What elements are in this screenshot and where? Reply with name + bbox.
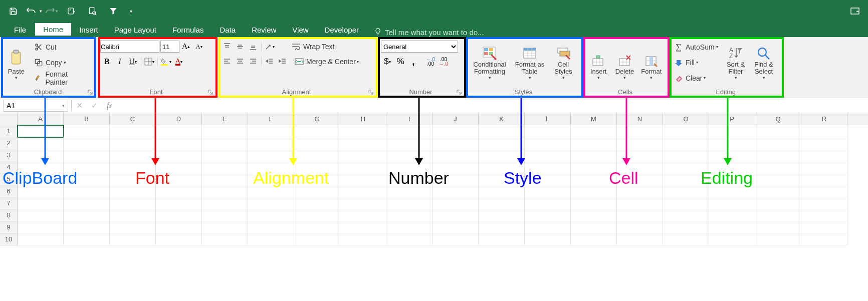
cell[interactable] bbox=[340, 185, 386, 197]
cell[interactable] bbox=[479, 173, 525, 185]
cell[interactable] bbox=[156, 149, 202, 161]
cell[interactable] bbox=[386, 149, 432, 161]
cell[interactable] bbox=[479, 125, 525, 137]
decrease-decimal-icon[interactable]: .00→.0 bbox=[437, 55, 450, 68]
cut-button[interactable]: Cut bbox=[32, 41, 93, 54]
cell[interactable] bbox=[432, 221, 479, 233]
cell[interactable] bbox=[432, 149, 479, 161]
column-header[interactable]: E bbox=[202, 113, 248, 125]
cell[interactable] bbox=[709, 185, 755, 197]
cell[interactable] bbox=[663, 209, 709, 221]
column-header[interactable]: P bbox=[709, 113, 755, 125]
cell[interactable] bbox=[340, 197, 386, 209]
cell[interactable] bbox=[525, 149, 571, 161]
shrink-font-icon[interactable]: A▾ bbox=[192, 40, 205, 53]
cell[interactable] bbox=[340, 149, 386, 161]
cell[interactable] bbox=[571, 161, 617, 173]
cell[interactable] bbox=[202, 233, 248, 245]
orientation-icon[interactable]: ▾ bbox=[263, 40, 276, 53]
cell[interactable] bbox=[571, 185, 617, 197]
cell[interactable] bbox=[64, 221, 110, 233]
underline-icon[interactable]: U▾ bbox=[126, 55, 139, 68]
column-header[interactable]: H bbox=[340, 113, 386, 125]
cell[interactable] bbox=[663, 221, 709, 233]
cell[interactable] bbox=[248, 161, 294, 173]
cell[interactable] bbox=[571, 197, 617, 209]
cell[interactable] bbox=[801, 173, 847, 185]
cell[interactable] bbox=[755, 197, 801, 209]
fill-color-icon[interactable]: ▾ bbox=[159, 55, 172, 68]
cell[interactable] bbox=[64, 137, 110, 149]
cell[interactable] bbox=[202, 125, 248, 137]
row-header[interactable]: 9 bbox=[0, 221, 18, 233]
cell[interactable] bbox=[18, 209, 64, 221]
cell[interactable] bbox=[571, 137, 617, 149]
cell[interactable] bbox=[755, 125, 801, 137]
cell[interactable] bbox=[801, 185, 847, 197]
cell[interactable] bbox=[571, 233, 617, 245]
cell[interactable] bbox=[479, 185, 525, 197]
cell[interactable] bbox=[663, 161, 709, 173]
border-icon[interactable]: ▾ bbox=[143, 55, 156, 68]
fill-button[interactable]: Fill▾ bbox=[672, 56, 722, 69]
tell-me-search[interactable]: Tell me what you want to do... bbox=[367, 28, 484, 37]
cell[interactable] bbox=[202, 149, 248, 161]
column-header[interactable]: I bbox=[386, 113, 432, 125]
chevron-down-icon[interactable]: ▾ bbox=[62, 103, 65, 108]
cell[interactable] bbox=[248, 173, 294, 185]
cell[interactable] bbox=[202, 209, 248, 221]
qat-customize-icon[interactable]: ▾ bbox=[126, 3, 135, 19]
cell[interactable] bbox=[18, 161, 64, 173]
accounting-format-icon[interactable]: $▾ bbox=[381, 55, 394, 68]
cell[interactable] bbox=[64, 197, 110, 209]
cell[interactable] bbox=[340, 125, 386, 137]
align-bottom-icon[interactable] bbox=[247, 40, 260, 53]
cell[interactable] bbox=[294, 137, 340, 149]
cell[interactable] bbox=[202, 185, 248, 197]
cell[interactable] bbox=[294, 161, 340, 173]
touch-mouse-icon[interactable] bbox=[63, 3, 79, 19]
filter-icon[interactable] bbox=[105, 3, 121, 19]
cell[interactable] bbox=[64, 149, 110, 161]
cell[interactable] bbox=[432, 137, 479, 149]
cell[interactable] bbox=[663, 137, 709, 149]
column-header[interactable]: F bbox=[248, 113, 294, 125]
cell[interactable] bbox=[479, 137, 525, 149]
cell[interactable] bbox=[571, 149, 617, 161]
column-header[interactable]: M bbox=[571, 113, 617, 125]
cell[interactable] bbox=[156, 137, 202, 149]
cell[interactable] bbox=[248, 197, 294, 209]
cell[interactable] bbox=[248, 221, 294, 233]
cell[interactable] bbox=[709, 125, 755, 137]
cell[interactable] bbox=[156, 185, 202, 197]
cell[interactable] bbox=[617, 173, 663, 185]
cell[interactable] bbox=[294, 125, 340, 137]
align-right-icon[interactable] bbox=[247, 55, 260, 68]
cell[interactable] bbox=[525, 197, 571, 209]
cell[interactable] bbox=[755, 137, 801, 149]
fx-icon[interactable]: fx bbox=[102, 99, 117, 113]
cell[interactable] bbox=[432, 125, 479, 137]
column-header[interactable]: A bbox=[18, 113, 64, 125]
cell[interactable] bbox=[525, 173, 571, 185]
row-header[interactable]: 3 bbox=[0, 149, 18, 161]
cell[interactable] bbox=[386, 233, 432, 245]
cell[interactable] bbox=[18, 221, 64, 233]
cell[interactable] bbox=[801, 125, 847, 137]
cell[interactable] bbox=[340, 209, 386, 221]
cell[interactable] bbox=[248, 209, 294, 221]
column-header[interactable]: K bbox=[479, 113, 525, 125]
row-header[interactable]: 5 bbox=[0, 173, 18, 185]
cell[interactable] bbox=[709, 137, 755, 149]
cell[interactable] bbox=[110, 233, 156, 245]
cell[interactable] bbox=[755, 233, 801, 245]
cell[interactable] bbox=[617, 149, 663, 161]
cell[interactable] bbox=[432, 173, 479, 185]
cell[interactable] bbox=[386, 221, 432, 233]
tab-view[interactable]: View bbox=[284, 23, 316, 37]
cell[interactable] bbox=[386, 161, 432, 173]
cell[interactable] bbox=[110, 209, 156, 221]
cell[interactable] bbox=[202, 137, 248, 149]
format-painter-button[interactable]: Format Painter bbox=[32, 72, 93, 85]
column-header[interactable]: N bbox=[617, 113, 663, 125]
